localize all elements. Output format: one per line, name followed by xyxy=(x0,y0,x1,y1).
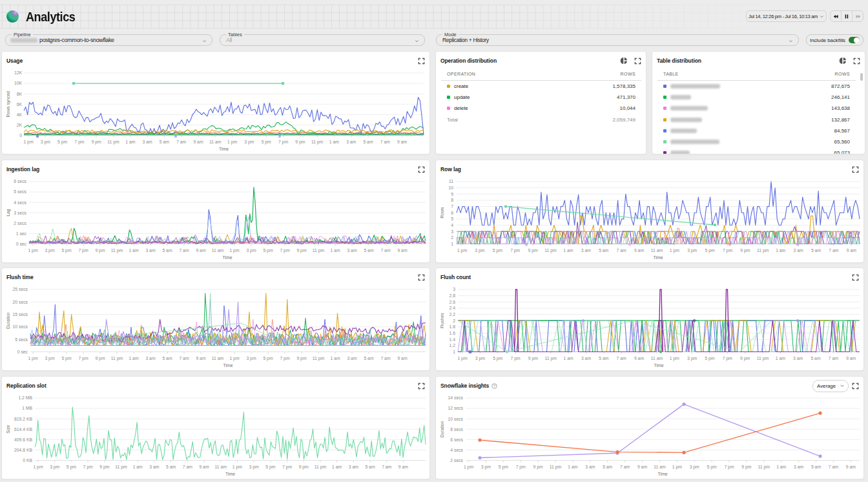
svg-text:1: 1 xyxy=(451,242,453,246)
svg-text:5 am: 5 am xyxy=(364,248,373,253)
svg-text:1 am: 1 am xyxy=(330,356,340,361)
svg-text:Time: Time xyxy=(219,147,229,151)
svg-text:3 am: 3 am xyxy=(347,356,356,361)
svg-text:3 pm: 3 pm xyxy=(481,465,491,470)
svg-text:Time: Time xyxy=(225,472,235,476)
svg-text:7 pm: 7 pm xyxy=(511,356,521,361)
svg-text:1 pm: 1 pm xyxy=(672,465,682,470)
svg-text:5 pm: 5 pm xyxy=(61,248,71,253)
svg-text:9 am: 9 am xyxy=(634,356,644,361)
svg-text:9 pm: 9 pm xyxy=(99,465,109,470)
svg-text:0: 0 xyxy=(19,133,22,138)
svg-text:9 am: 9 am xyxy=(846,465,856,469)
svg-text:0 KB: 0 KB xyxy=(23,458,32,463)
svg-text:7 am: 7 am xyxy=(829,465,838,469)
svg-text:1.2: 1.2 xyxy=(450,343,456,348)
svg-text:9 pm: 9 pm xyxy=(295,140,305,145)
svg-text:5 pm: 5 pm xyxy=(493,248,502,253)
svg-text:9 am: 9 am xyxy=(196,248,205,253)
svg-text:9 pm: 9 pm xyxy=(740,248,750,253)
svg-text:Time: Time xyxy=(223,255,232,260)
svg-text:3 pm: 3 pm xyxy=(687,248,697,253)
svg-text:5 am: 5 am xyxy=(811,465,821,469)
svg-text:11 pm: 11 pm xyxy=(315,465,327,470)
svg-text:3 pm: 3 pm xyxy=(687,356,697,361)
svg-text:1 am: 1 am xyxy=(133,465,143,469)
svg-text:7 pm: 7 pm xyxy=(724,465,734,470)
svg-text:11 pm: 11 pm xyxy=(313,248,325,253)
svg-text:11 pm: 11 pm xyxy=(107,140,119,145)
svg-text:7 am: 7 am xyxy=(617,356,626,361)
svg-text:1 am: 1 am xyxy=(129,248,138,253)
svg-text:5 pm: 5 pm xyxy=(57,140,67,145)
svg-text:1 am: 1 am xyxy=(125,140,135,144)
svg-text:1 pm: 1 pm xyxy=(670,356,679,361)
svg-text:10: 10 xyxy=(448,185,453,190)
svg-text:409.6 KB: 409.6 KB xyxy=(14,437,32,442)
svg-text:7 pm: 7 pm xyxy=(278,140,288,145)
svg-text:9 pm: 9 pm xyxy=(299,465,309,470)
svg-text:Rows synced: Rows synced xyxy=(6,91,11,118)
svg-text:5 pm: 5 pm xyxy=(67,465,76,470)
svg-text:11 am: 11 am xyxy=(209,140,222,144)
svg-text:2: 2 xyxy=(451,235,453,240)
svg-text:7 pm: 7 pm xyxy=(78,248,88,253)
svg-text:3 am: 3 am xyxy=(793,356,803,361)
svg-text:2 secs: 2 secs xyxy=(14,221,26,225)
svg-text:1 am: 1 am xyxy=(329,140,339,144)
svg-text:5 pm: 5 pm xyxy=(263,248,273,253)
svg-text:20 secs: 20 secs xyxy=(13,300,28,304)
svg-text:2.2: 2.2 xyxy=(450,312,456,317)
svg-text:3 am: 3 am xyxy=(349,465,358,469)
svg-text:5 pm: 5 pm xyxy=(265,465,275,470)
svg-text:9 am: 9 am xyxy=(196,356,205,361)
svg-text:Duration: Duration xyxy=(440,421,444,437)
svg-text:11 pm: 11 pm xyxy=(115,465,127,470)
svg-text:2.6: 2.6 xyxy=(450,300,456,304)
svg-text:5 am: 5 am xyxy=(603,465,612,469)
svg-text:25 secs: 25 secs xyxy=(13,287,28,291)
svg-text:10 secs: 10 secs xyxy=(448,417,464,421)
svg-text:11 pm: 11 pm xyxy=(757,248,769,253)
svg-text:5 am: 5 am xyxy=(599,248,608,253)
svg-text:3 pm: 3 pm xyxy=(246,248,256,253)
svg-text:5 pm: 5 pm xyxy=(61,356,71,361)
svg-text:6 secs: 6 secs xyxy=(14,179,26,183)
svg-text:5 am: 5 am xyxy=(811,248,821,253)
svg-text:5 am: 5 am xyxy=(811,356,820,361)
svg-text:7 am: 7 am xyxy=(380,140,390,144)
svg-text:7 pm: 7 pm xyxy=(723,356,732,361)
svg-text:Lag: Lag xyxy=(6,209,11,216)
svg-text:9 am: 9 am xyxy=(846,356,856,361)
svg-text:0 sec: 0 sec xyxy=(17,350,28,354)
svg-text:9 am: 9 am xyxy=(397,248,407,253)
svg-text:9 am: 9 am xyxy=(193,140,203,144)
svg-text:3 am: 3 am xyxy=(145,248,155,253)
svg-text:7 pm: 7 pm xyxy=(282,465,292,470)
svg-text:7 pm: 7 pm xyxy=(74,140,84,145)
svg-text:3 am: 3 am xyxy=(149,465,159,469)
svg-text:9 pm: 9 pm xyxy=(741,465,751,470)
svg-text:2: 2 xyxy=(453,319,455,323)
svg-text:11 pm: 11 pm xyxy=(757,356,769,361)
svg-text:11 pm: 11 pm xyxy=(550,465,562,470)
svg-text:9 pm: 9 pm xyxy=(296,356,306,361)
svg-text:14 secs: 14 secs xyxy=(448,395,464,400)
svg-text:3: 3 xyxy=(451,229,453,234)
svg-text:1 am: 1 am xyxy=(563,248,573,253)
svg-text:7 am: 7 am xyxy=(620,465,630,469)
svg-text:3 pm: 3 pm xyxy=(41,140,50,145)
svg-text:1 am: 1 am xyxy=(776,356,785,361)
svg-text:11 pm: 11 pm xyxy=(758,465,770,470)
svg-text:3 am: 3 am xyxy=(145,356,155,361)
svg-text:9 am: 9 am xyxy=(397,356,407,361)
svg-text:3 pm: 3 pm xyxy=(475,356,485,361)
svg-text:9 pm: 9 pm xyxy=(92,140,101,145)
svg-text:11 pm: 11 pm xyxy=(111,356,123,361)
svg-text:3 pm: 3 pm xyxy=(45,248,54,253)
svg-text:Time: Time xyxy=(658,472,668,476)
svg-text:10 secs: 10 secs xyxy=(13,324,28,329)
svg-text:1 am: 1 am xyxy=(776,465,786,469)
svg-text:11 pm: 11 pm xyxy=(544,248,557,253)
svg-text:5 pm: 5 pm xyxy=(262,140,271,145)
